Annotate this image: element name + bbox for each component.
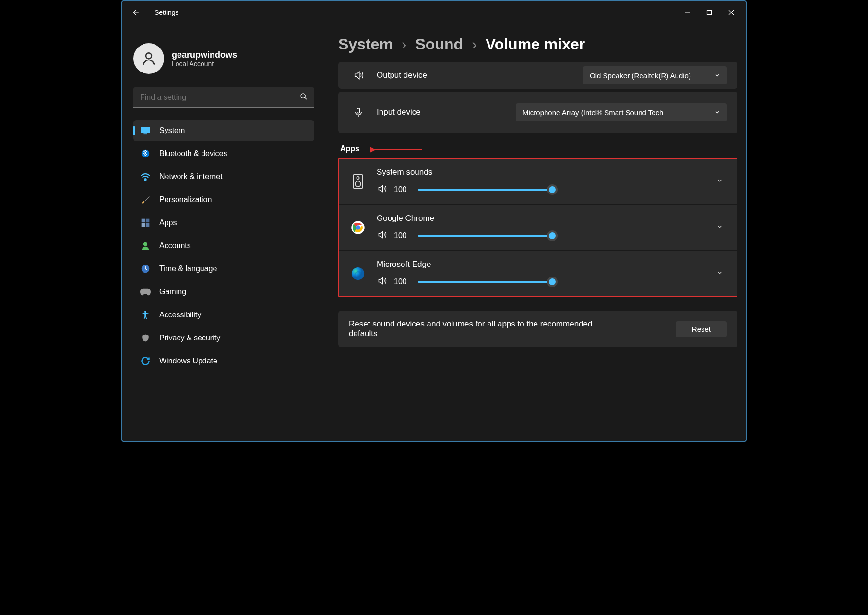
reset-button[interactable]: Reset [676,321,727,337]
avatar [133,43,164,74]
brush-icon [140,194,151,205]
breadcrumb-current: Volume mixer [486,36,585,53]
svg-point-7 [145,180,146,181]
chevron-down-icon [714,109,720,117]
maximize-button[interactable] [698,5,720,20]
volume-icon[interactable] [377,230,387,241]
sidebar-item-label: Privacy & security [159,334,220,342]
shield-icon [140,333,151,343]
app-name-label: Google Chrome [377,214,703,223]
breadcrumb-sound[interactable]: Sound [416,36,464,53]
window-title: Settings [155,9,179,16]
expand-button[interactable] [713,174,726,189]
sidebar-item-accessibility[interactable]: Accessibility [133,304,314,326]
apps-box: System sounds100Google Chrome100Microsof… [338,158,737,297]
reset-card: Reset sound devices and volumes for all … [338,311,737,347]
chevron-right-icon: › [472,36,477,53]
bluetooth-icon [140,148,151,159]
search-icon [300,93,308,102]
svg-rect-1 [707,11,712,15]
sidebar-item-privacy-security[interactable]: Privacy & security [133,327,314,349]
sidebar-item-label: Accessibility [159,311,201,319]
speaker-device-icon [350,173,366,190]
svg-point-18 [357,177,359,179]
gamepad-icon [140,287,151,297]
volume-slider[interactable] [418,235,552,237]
sidebar-item-label: System [159,126,185,135]
profile-name: gearupwindows [172,50,237,60]
expand-button[interactable] [713,266,726,281]
svg-point-14 [144,311,146,313]
apps-icon [140,217,151,228]
chrome-icon [350,219,366,236]
microphone-icon [349,107,368,118]
svg-rect-5 [143,133,147,134]
svg-point-23 [352,267,364,280]
svg-rect-8 [142,219,145,223]
output-device-card: Output device Old Speaker (Realtek(R) Au… [338,62,737,89]
search-box[interactable] [133,87,314,108]
volume-value: 100 [394,185,411,194]
app-volume-system-sounds: System sounds100 [339,159,737,205]
sidebar-item-label: Personalization [159,195,212,204]
slider-thumb[interactable] [547,277,558,287]
sidebar-item-label: Time & language [159,265,217,273]
input-device-dropdown[interactable]: Microphone Array (Intel® Smart Sound Tec… [516,103,727,121]
sidebar-item-system[interactable]: System [133,120,314,141]
app-name-label: System sounds [377,168,703,177]
sidebar-item-label: Network & internet [159,172,223,181]
breadcrumb: System › Sound › Volume mixer [338,36,737,53]
profile-block[interactable]: gearupwindows Local Account [133,43,314,74]
clock-icon [140,264,151,274]
close-button[interactable] [720,5,742,20]
volume-value: 100 [394,231,411,240]
breadcrumb-system[interactable]: System [338,36,393,53]
svg-point-12 [143,242,147,246]
nav-list: SystemBluetooth & devicesNetwork & inter… [133,120,314,372]
update-icon [140,356,151,366]
output-device-dropdown[interactable]: Old Speaker (Realtek(R) Audio) [583,66,727,84]
sidebar-item-label: Accounts [159,241,191,250]
sidebar-item-gaming[interactable]: Gaming [133,281,314,302]
volume-slider[interactable] [418,189,552,191]
slider-thumb[interactable] [547,184,558,195]
sidebar-item-network-internet[interactable]: Network & internet [133,166,314,187]
person-icon [140,241,151,251]
sidebar-item-accounts[interactable]: Accounts [133,235,314,256]
sidebar-item-windows-update[interactable]: Windows Update [133,350,314,372]
apps-section-title: Apps [340,145,737,153]
input-device-value: Microphone Array (Intel® Smart Sound Tec… [523,109,663,117]
volume-icon[interactable] [377,184,387,195]
volume-icon[interactable] [377,276,387,288]
minimize-button[interactable] [676,5,698,20]
speaker-icon [349,70,368,81]
input-device-label: Input device [377,108,421,117]
sidebar-item-apps[interactable]: Apps [133,212,314,233]
svg-point-3 [301,94,305,98]
sidebar-item-bluetooth-devices[interactable]: Bluetooth & devices [133,143,314,164]
input-device-card: Input device Microphone Array (Intel® Sm… [338,92,737,133]
reset-text: Reset sound devices and volumes for all … [349,319,598,338]
expand-button[interactable] [713,220,726,235]
sidebar-item-time-language[interactable]: Time & language [133,258,314,279]
titlebar: Settings [122,1,746,24]
profile-subtitle: Local Account [172,60,237,68]
sidebar-item-personalization[interactable]: Personalization [133,189,314,210]
sidebar-item-label: Gaming [159,288,186,296]
display-icon [140,125,151,136]
edge-icon [350,265,366,282]
volume-slider[interactable] [418,281,552,283]
volume-value: 100 [394,277,411,286]
sidebar-item-label: Windows Update [159,357,217,365]
chevron-down-icon [714,72,720,80]
search-input[interactable] [140,93,300,102]
settings-window: Settings gearupwindows Local Account [121,0,747,442]
slider-thumb[interactable] [547,230,558,241]
svg-point-6 [142,150,150,158]
svg-rect-4 [141,127,150,133]
wifi-icon [140,171,151,182]
svg-rect-9 [146,219,150,223]
output-device-value: Old Speaker (Realtek(R) Audio) [590,72,691,80]
back-button[interactable] [126,8,145,17]
svg-point-19 [355,181,361,187]
